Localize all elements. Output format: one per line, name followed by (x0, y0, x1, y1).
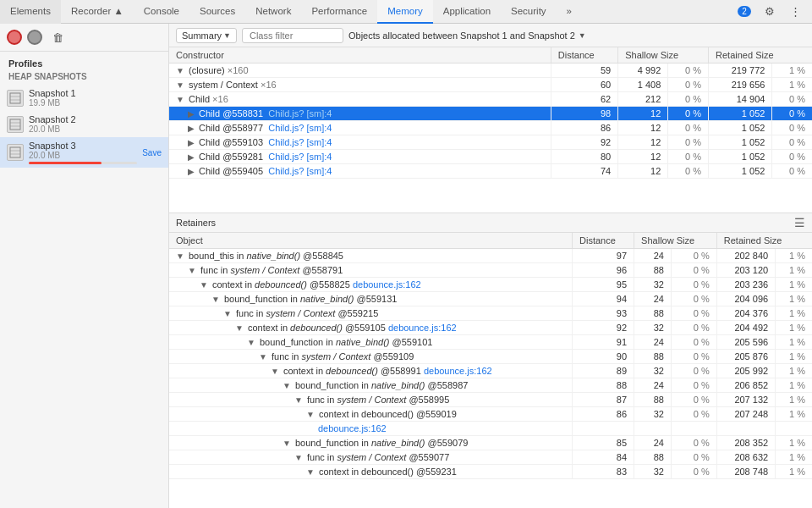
tab-console[interactable]: Console (134, 0, 189, 24)
retainer-text: bound_function in native_bind() @559101 (260, 337, 432, 347)
expand-arrow[interactable]: ▼ (176, 251, 184, 261)
expand-arrow[interactable]: ▶ (188, 152, 195, 162)
expand-arrow[interactable]: ▼ (306, 410, 315, 419)
file-link[interactable]: Child.js? [sm]:4 (268, 123, 332, 133)
retainer-row[interactable]: ▼ func in system / Context @559109 90880… (169, 350, 812, 364)
retainer-row[interactable]: ▼ func in system / Context @559215 93880… (169, 306, 812, 321)
col-constructor[interactable]: Constructor (169, 47, 551, 64)
snapshot-item-3[interactable]: Snapshot 3 20.0 MB Save (0, 137, 168, 168)
expand-arrow[interactable]: ▼ (223, 309, 232, 318)
tab-performance[interactable]: Performance (301, 0, 377, 24)
expand-arrow[interactable]: ▼ (247, 338, 255, 347)
summary-select[interactable]: Summary ▼ (176, 28, 237, 43)
table-row[interactable]: ▶ Child @558831 Child.js? [sm]:4 98120 %… (169, 107, 812, 121)
col-retained[interactable]: Retained Size (709, 47, 812, 64)
tab-sources[interactable]: Sources (189, 0, 245, 24)
ret-retained-pct-cell: 1 % (776, 321, 812, 335)
retainers-table-scroll[interactable]: Object Distance Shallow Size Retained Si… (169, 233, 812, 481)
retainer-row[interactable]: ▼ bound_function in native_bind() @55913… (169, 292, 812, 306)
retainer-row[interactable]: ▼ bound_function in native_bind() @55907… (169, 436, 812, 450)
file-link[interactable]: Child.js? [sm]:4 (268, 166, 332, 176)
snapshot-item-1[interactable]: Snapshot 1 19.9 MB (0, 85, 168, 111)
expand-arrow[interactable]: ▼ (176, 66, 184, 75)
expand-arrow[interactable]: ▼ (235, 323, 244, 333)
bug-icon[interactable]: 2 (734, 2, 754, 22)
expand-arrow[interactable]: ▼ (283, 381, 291, 390)
file-link[interactable]: Child.js? [sm]:4 (268, 137, 332, 147)
expand-arrow[interactable]: ▶ (188, 124, 195, 133)
ret-retained-cell: 204 096 (716, 292, 775, 306)
tab-security[interactable]: Security (501, 0, 557, 24)
retainer-row[interactable]: ▼ bound_this in native_bind() @558845 97… (169, 249, 812, 263)
ret-shallow-pct-cell: 0 % (671, 436, 716, 450)
retainers-menu-icon[interactable]: ☰ (794, 216, 805, 229)
retainer-row[interactable]: ▼ bound_function in native_bind() @55898… (169, 378, 812, 393)
ret-col-distance[interactable]: Distance (573, 233, 634, 249)
table-row[interactable]: ▶ Child @558977 Child.js? [sm]:4 86120 %… (169, 121, 812, 135)
expand-arrow[interactable]: ▶ (188, 167, 195, 176)
file-link[interactable]: Child.js? [sm]:4 (268, 108, 332, 119)
retainer-row[interactable]: ▼ context in debounced() @558825 debounc… (169, 278, 812, 292)
retainer-row[interactable]: ▼ func in system / Context @559077 84880… (169, 450, 812, 465)
table-row[interactable]: ▶ Child @559405 Child.js? [sm]:4 74120 %… (169, 164, 812, 179)
clear-icon[interactable]: 🗑 (47, 27, 68, 47)
tab-application[interactable]: Application (433, 0, 501, 24)
ret-col-retained[interactable]: Retained Size (716, 233, 812, 249)
shallow-pct-cell: 0 % (668, 150, 709, 164)
snapshot-3-save[interactable]: Save (142, 148, 162, 157)
expand-arrow[interactable]: ▶ (188, 109, 195, 119)
expand-arrow[interactable]: ▼ (306, 467, 315, 477)
file-link[interactable]: Child.js? [sm]:4 (268, 152, 332, 162)
more-icon[interactable]: ⋮ (785, 2, 805, 22)
ret-shallow-pct-cell: 0 % (671, 350, 716, 364)
retainer-row[interactable]: ▼ func in system / Context @558791 96880… (169, 263, 812, 278)
retainer-row[interactable]: ▼ context in debounced() @559231 83320 %… (169, 465, 812, 479)
retainer-row[interactable]: ▼ context in debounced() @558991 debounc… (169, 364, 812, 378)
file-link[interactable]: debounce.js:162 (424, 366, 492, 376)
col-shallow[interactable]: Shallow Size (618, 47, 709, 64)
file-link[interactable]: debounce.js:162 (353, 279, 421, 290)
table-row[interactable]: ▼ (closure) ×160 594 9920 %219 7721 % (169, 64, 812, 78)
col-distance[interactable]: Distance (551, 47, 617, 64)
expand-arrow[interactable]: ▼ (211, 295, 220, 304)
file-link[interactable]: debounce.js:162 (388, 323, 457, 333)
ret-col-shallow[interactable]: Shallow Size (634, 233, 717, 249)
expand-arrow[interactable]: ▼ (176, 95, 184, 104)
settings-icon[interactable]: ⚙ (760, 2, 780, 22)
table-row[interactable]: ▶ Child @559103 Child.js? [sm]:4 92120 %… (169, 135, 812, 150)
retainer-row[interactable]: ▼ context in debounced() @559019 86320 %… (169, 407, 812, 422)
tab-memory[interactable]: Memory (377, 0, 433, 24)
table-row[interactable]: ▼ system / Context ×16 601 4080 %219 656… (169, 78, 812, 92)
expand-arrow[interactable]: ▼ (294, 453, 303, 462)
record-icon[interactable] (7, 30, 22, 45)
snapshot-item-2[interactable]: Snapshot 2 20.0 MB (0, 111, 168, 137)
retained-pct-cell: 0 % (772, 92, 812, 107)
table-row[interactable]: ▶ Child @559281 Child.js? [sm]:4 80120 %… (169, 150, 812, 164)
tab-elements[interactable]: Elements (0, 0, 61, 24)
expand-arrow[interactable]: ▼ (176, 80, 184, 90)
tab-recorder[interactable]: Recorder ▲ (61, 0, 134, 24)
retainer-row[interactable]: debounce.js:162 (169, 422, 812, 436)
constructor-table-scroll[interactable]: Constructor Distance Shallow Size Retain… (169, 47, 812, 213)
expand-arrow[interactable]: ▼ (259, 352, 267, 362)
expand-arrow[interactable]: ▼ (283, 439, 291, 448)
expand-arrow[interactable]: ▼ (200, 280, 208, 290)
ret-col-object[interactable]: Object (169, 233, 573, 249)
retainer-row[interactable]: ▼ bound_function in native_bind() @55910… (169, 335, 812, 350)
file-link[interactable]: debounce.js:162 (318, 423, 387, 433)
stop-record-icon[interactable] (27, 30, 42, 45)
retainer-row[interactable]: ▼ func in system / Context @558995 87880… (169, 393, 812, 407)
retainer-cell: ▼ context in debounced() @558825 debounc… (169, 278, 573, 292)
retainer-row[interactable]: ▼ context in debounced() @559105 debounc… (169, 321, 812, 335)
tab-network[interactable]: Network (245, 0, 301, 24)
snapshot-3-size: 20.0 MB (29, 151, 137, 160)
ret-distance-cell: 96 (573, 263, 634, 278)
class-filter-input[interactable] (242, 28, 343, 43)
expand-arrow[interactable]: ▼ (294, 395, 303, 405)
expand-arrow[interactable]: ▼ (188, 266, 196, 275)
expand-arrow[interactable]: ▼ (271, 367, 279, 376)
tab-more[interactable]: » (557, 0, 582, 24)
constructor-cell: ▶ Child @559405 Child.js? [sm]:4 (169, 164, 551, 179)
table-row[interactable]: ▼ Child ×16 622120 %14 9040 % (169, 92, 812, 107)
expand-arrow[interactable]: ▶ (188, 138, 195, 147)
